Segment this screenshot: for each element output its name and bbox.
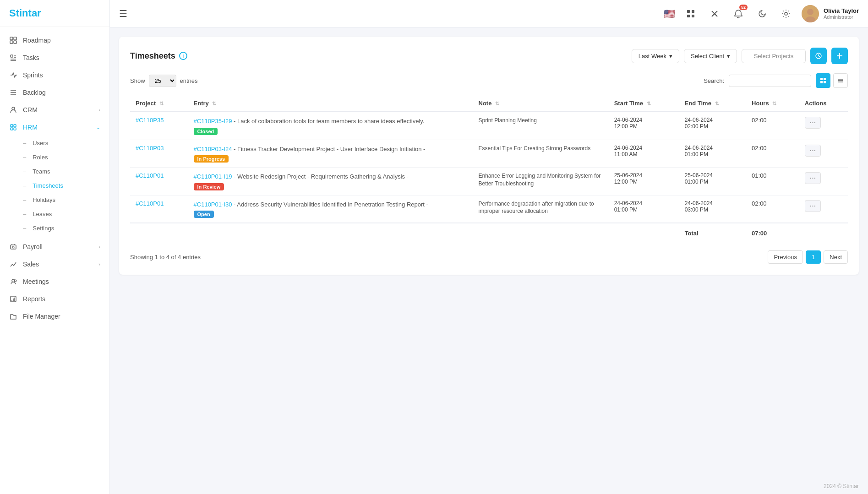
footer: 2024 © Stintar — [110, 478, 868, 494]
col-hours[interactable]: Hours ⇅ — [746, 95, 799, 112]
settings-icon[interactable] — [778, 5, 794, 22]
page-1-button[interactable]: 1 — [806, 250, 821, 264]
sidebar-item-roles[interactable]: Roles — [0, 150, 109, 164]
actions-button[interactable]: ··· — [805, 145, 821, 157]
cell-start-time: 25-06-202412:00 PM — [609, 168, 679, 195]
client-dropdown[interactable]: Select Client ▾ — [684, 49, 737, 63]
theme-icon[interactable] — [754, 5, 770, 22]
col-end-time[interactable]: End Time ⇅ — [679, 95, 746, 112]
cell-note: Essential Tips For Creating Strong Passw… — [473, 140, 609, 168]
sidebar-item-timesheets[interactable]: Timesheets — [0, 179, 109, 193]
cell-actions: ··· — [799, 112, 848, 140]
client-label: Select Client — [691, 53, 724, 60]
entry-text: #C110P01-I30 - Address Security Vulnerab… — [194, 200, 468, 209]
sidebar-item-settings[interactable]: Settings — [0, 221, 109, 235]
clock-button[interactable] — [810, 48, 827, 64]
status-badge: Closed — [194, 128, 218, 135]
total-label: Total — [679, 223, 746, 241]
entry-link[interactable]: #C110P03-I24 — [194, 146, 232, 152]
filemanager-icon — [9, 312, 17, 320]
sidebar-item-sales[interactable]: Sales › — [0, 255, 109, 273]
reports-label: Reports — [23, 295, 45, 303]
col-start-time[interactable]: Start Time ⇅ — [609, 95, 679, 112]
col-entry[interactable]: Entry ⇅ — [188, 95, 473, 112]
hrm-chevron: ⌄ — [96, 125, 100, 130]
entry-link[interactable]: #C110P01-I30 — [194, 201, 232, 208]
sidebar-item-leaves[interactable]: Leaves — [0, 207, 109, 221]
roadmap-label: Roadmap — [23, 37, 51, 44]
pagination-buttons: Previous 1 Next — [768, 250, 848, 264]
cell-note: Performance degradation after migration … — [473, 195, 609, 223]
sidebar-item-meetings[interactable]: Meetings — [0, 273, 109, 290]
prev-button[interactable]: Previous — [768, 250, 803, 264]
list-view-btn[interactable] — [833, 73, 848, 88]
sidebar-item-sprints[interactable]: Sprints — [0, 66, 109, 84]
user-info[interactable]: Olivia Taylor Administrator — [802, 5, 859, 22]
svg-point-33 — [785, 12, 787, 15]
svg-rect-16 — [14, 128, 16, 130]
svg-rect-3 — [14, 41, 16, 43]
cell-hours: 02:00 — [746, 195, 799, 223]
meetings-icon — [9, 277, 17, 286]
sidebar: Stintar Roadmap Tasks Sprints Backlog — [0, 0, 110, 494]
svg-rect-43 — [824, 78, 826, 80]
col-note[interactable]: Note ⇅ — [473, 95, 609, 112]
backlog-label: Backlog — [23, 89, 46, 96]
hamburger-icon[interactable]: ☰ — [119, 9, 127, 19]
cell-entry: #C110P01-I30 - Address Security Vulnerab… — [188, 195, 473, 223]
meetings-label: Meetings — [23, 278, 49, 285]
sidebar-item-holidays[interactable]: Holidays — [0, 193, 109, 207]
sidebar-item-teams[interactable]: Teams — [0, 164, 109, 179]
project-link[interactable]: #C110P03 — [136, 145, 164, 152]
sidebar-item-crm[interactable]: CRM › — [0, 101, 109, 119]
project-link[interactable]: #C110P35 — [136, 117, 164, 124]
next-button[interactable]: Next — [824, 250, 848, 264]
col-project[interactable]: Project ⇅ — [130, 95, 188, 112]
entry-link[interactable]: #C110P01-I19 — [194, 173, 232, 180]
info-icon[interactable]: i — [179, 52, 187, 60]
svg-rect-27 — [687, 10, 690, 13]
entry-text: #C110P01-I19 - Website Redesign Project … — [194, 172, 468, 181]
actions-button[interactable]: ··· — [805, 117, 821, 129]
tasks-icon — [9, 54, 17, 62]
actions-button[interactable]: ··· — [805, 200, 821, 212]
sprints-label: Sprints — [23, 71, 43, 79]
project-link[interactable]: #C110P01 — [136, 200, 164, 207]
period-chevron: ▾ — [669, 53, 672, 60]
sidebar-item-roadmap[interactable]: Roadmap — [0, 32, 109, 49]
flag-icon[interactable]: 🇺🇸 — [664, 8, 675, 19]
cell-actions: ··· — [799, 140, 848, 168]
projects-dropdown[interactable]: Select Projects — [742, 49, 806, 63]
sidebar-item-filemanager[interactable]: File Manager — [0, 308, 109, 325]
sidebar-item-hrm[interactable]: HRM ⌄ — [0, 119, 109, 136]
status-badge: Open — [194, 211, 214, 218]
grid-icon[interactable] — [706, 5, 723, 22]
client-chevron: ▾ — [727, 53, 730, 60]
tasks-label: Tasks — [23, 54, 39, 61]
sidebar-item-users[interactable]: Users — [0, 136, 109, 150]
sidebar-item-backlog[interactable]: Backlog — [0, 84, 109, 101]
search-input[interactable] — [729, 75, 811, 87]
project-link[interactable]: #C110P01 — [136, 172, 164, 179]
entry-link[interactable]: #C110P35-I29 — [194, 118, 232, 125]
add-button[interactable] — [831, 48, 848, 64]
roadmap-icon — [9, 36, 17, 44]
apps-icon[interactable] — [682, 5, 699, 22]
col-actions: Actions — [799, 95, 848, 112]
actions-button[interactable]: ··· — [805, 172, 821, 184]
sidebar-item-tasks[interactable]: Tasks — [0, 49, 109, 66]
total-spacer — [130, 223, 679, 241]
crm-chevron: › — [98, 107, 100, 113]
sidebar-item-reports[interactable]: Reports — [0, 290, 109, 308]
user-role: Administrator — [824, 14, 859, 20]
grid-view-btn[interactable] — [816, 73, 830, 88]
sidebar-item-payroll[interactable]: Payroll › — [0, 238, 109, 255]
sidebar-logo: Stintar — [0, 0, 109, 27]
period-dropdown[interactable]: Last Week ▾ — [632, 49, 679, 63]
notification-wrap[interactable]: 52 — [730, 5, 747, 22]
entries-select[interactable]: 25 50 100 — [149, 75, 176, 87]
total-actions-spacer — [799, 223, 848, 241]
total-row: Total 07:00 — [130, 223, 848, 241]
svg-rect-1 — [14, 37, 16, 40]
avatar — [802, 5, 819, 22]
